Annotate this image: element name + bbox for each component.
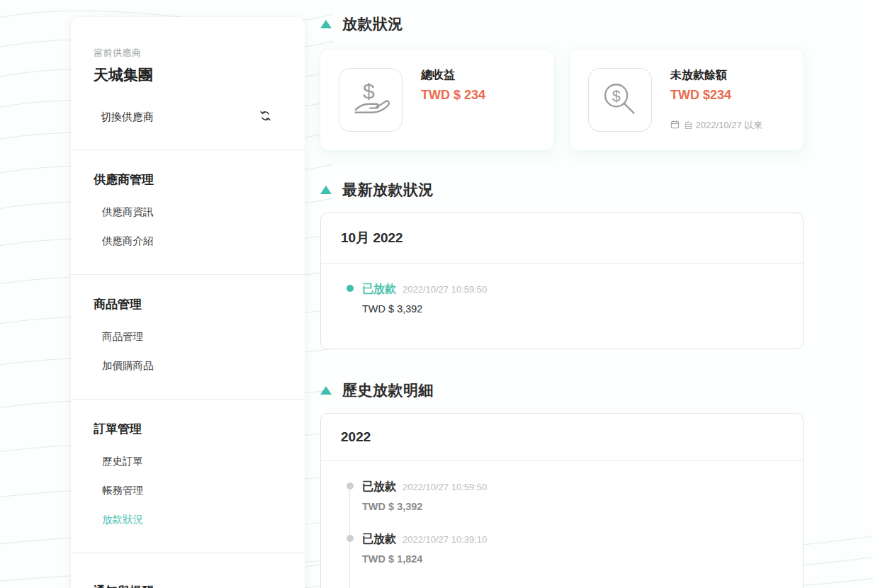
sidebar-item-supplier-intro[interactable]: 供應商介紹 xyxy=(94,227,282,256)
history-heading: 歷史放款明細 xyxy=(320,380,804,400)
status-dot-icon xyxy=(347,535,354,542)
status-dot-icon xyxy=(347,482,354,490)
current-supplier-label: 當前供應商 xyxy=(94,47,282,60)
loan-entry: 已放款 2022/10/27 10:59:50 TWD $ 3,392 xyxy=(347,282,783,315)
history-card: 2022 已放款 2022/10/27 10:59:50 TWD $ 3,392… xyxy=(320,413,804,588)
status-dot-icon xyxy=(347,285,354,292)
page-title: 放款狀況 xyxy=(342,14,403,34)
stat-label: 未放款餘額 xyxy=(670,68,762,83)
since-date-text: 自 2022/10/27 以來 xyxy=(684,119,762,132)
sidebar-item-product-management[interactable]: 商品管理 xyxy=(94,322,282,351)
section-title: 最新放款狀況 xyxy=(342,180,434,200)
loan-timestamp: 2022/10/27 10:39:10 xyxy=(402,534,487,545)
sidebar-item-loan-status[interactable]: 放款狀況 xyxy=(94,505,282,534)
svg-text:$: $ xyxy=(363,79,375,103)
loan-entry: 已放款 2022/10/27 10:59:50 TWD $ 3,392 xyxy=(347,480,783,512)
sidebar-section-notifications: 通知與提醒 xyxy=(71,553,305,588)
loan-amount: TWD $ 1,824 xyxy=(362,553,783,565)
magnifier-dollar-icon: $ xyxy=(588,68,652,132)
timeline-tail-spacer xyxy=(347,565,783,588)
switch-supplier-button[interactable]: 切換供應商 xyxy=(94,109,282,125)
latest-loan-card: 10月 2022 已放款 2022/10/27 10:59:50 TWD $ 3… xyxy=(320,213,804,349)
sidebar-item-supplier-info[interactable]: 供應商資訊 xyxy=(94,198,282,227)
loan-status-badge: 已放款 xyxy=(362,282,396,297)
stat-label: 總收益 xyxy=(421,68,485,83)
supplier-name: 天城集團 xyxy=(94,65,282,85)
svg-text:$: $ xyxy=(612,88,621,105)
latest-loan-heading: 最新放款狀況 xyxy=(320,180,804,200)
sidebar-item-accounting[interactable]: 帳務管理 xyxy=(94,476,282,505)
unreleased-balance-card: $ 未放款餘額 TWD $234 自 2022/10/27 以來 xyxy=(570,50,804,150)
sidebar-section-orders: 訂單管理 歷史訂單 帳務管理 放款狀況 xyxy=(71,400,305,553)
latest-period-header: 10月 2022 xyxy=(321,213,803,264)
triangle-marker-icon xyxy=(320,186,332,194)
section-title: 通知與提醒 xyxy=(94,583,282,588)
loan-timestamp: 2022/10/27 10:59:50 xyxy=(402,482,487,492)
since-date-note: 自 2022/10/27 以來 xyxy=(670,119,762,132)
sidebar-item-addon-products[interactable]: 加價購商品 xyxy=(94,351,282,380)
section-title: 歷史放款明細 xyxy=(342,380,434,400)
loan-timestamp: 2022/10/27 10:59:50 xyxy=(402,284,487,295)
main-content: 放款狀況 $ 總收益 TWD $ 234 $ xyxy=(320,14,804,588)
loan-status-badge: 已放款 xyxy=(362,480,396,494)
hand-dollar-icon: $ xyxy=(339,68,402,132)
stat-value: TWD $ 234 xyxy=(421,88,485,103)
refresh-icon[interactable] xyxy=(259,109,272,125)
sidebar-item-order-history[interactable]: 歷史訂單 xyxy=(94,447,282,476)
sidebar-section-supplier: 供應商管理 供應商資訊 供應商介紹 xyxy=(71,150,305,274)
sidebar: 當前供應商 天城集團 切換供應商 供應商管理 供應商資訊 供應商介紹 商品管理 … xyxy=(71,17,305,588)
current-supplier-block: 當前供應商 天城集團 切換供應商 xyxy=(71,17,305,149)
sidebar-section-products: 商品管理 商品管理 加價購商品 xyxy=(71,275,305,399)
section-title: 商品管理 xyxy=(94,296,282,312)
history-period-header: 2022 xyxy=(321,414,803,461)
loan-entry: 已放款 2022/10/27 10:39:10 TWD $ 1,824 xyxy=(347,532,783,565)
total-revenue-card: $ 總收益 TWD $ 234 xyxy=(320,50,554,150)
loan-amount: TWD $ 3,392 xyxy=(362,501,783,512)
section-title: 供應商管理 xyxy=(94,171,282,188)
loan-status-heading: 放款狀況 xyxy=(320,14,804,34)
switch-supplier-label: 切換供應商 xyxy=(101,111,154,124)
section-title: 訂單管理 xyxy=(94,421,282,437)
calendar-icon xyxy=(670,120,680,131)
loan-status-badge: 已放款 xyxy=(362,532,396,547)
triangle-marker-icon xyxy=(320,386,332,395)
stat-cards-row: $ 總收益 TWD $ 234 $ 未放款餘額 TWD $234 xyxy=(320,50,804,150)
triangle-marker-icon xyxy=(320,20,332,28)
stat-value: TWD $234 xyxy=(670,88,762,103)
loan-amount: TWD $ 3,392 xyxy=(362,303,783,315)
